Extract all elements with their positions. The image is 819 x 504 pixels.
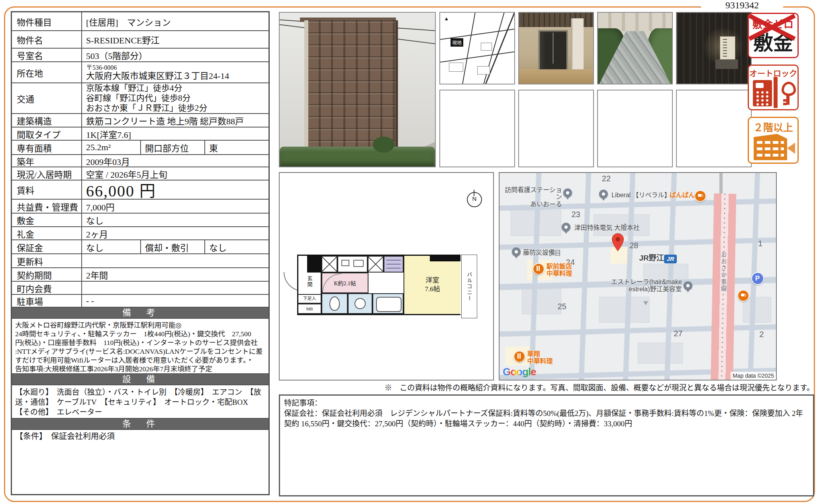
cafe-pin-icon (694, 190, 706, 202)
table-row: 所在地 〒536-0006大阪府大阪市城東区野江３丁目24-14 (12, 62, 268, 83)
table-row: 契約期間2年間 (12, 268, 268, 282)
block-number: 1 (758, 239, 762, 248)
poi-pin-icon (599, 190, 608, 198)
table-row: 更新料 (12, 254, 268, 268)
table-row: 敷金なし (12, 214, 268, 227)
shoe-cabinet: 下足入 (298, 294, 321, 304)
table-row: 建築構造鉄筋コンクリート造 地上9階 総戸数88戸 (12, 114, 268, 127)
disclaimer-note: ※ この資料は物件の概略紹介資料になります。写真、間取図面、設備、概要などが現況… (279, 382, 814, 392)
conditions-text: 【条件】 保証会社利用必須 (12, 430, 268, 494)
building-signboard-photo (676, 12, 752, 84)
western-room: 洋室 7.6帖 (404, 256, 460, 314)
jr-logo: JR (664, 255, 677, 263)
special-notes-title: 特記事項： (284, 398, 809, 408)
table-row: 築年2009年03月 (12, 155, 268, 167)
empty-photo-slot (597, 90, 673, 167)
transit-lines: 京阪本線「野江」徒歩4分谷町線「野江内代」徒歩8分おおさか東「ＪＲ野江」徒歩2分 (86, 83, 208, 113)
table-row: 礼金2ヶ月 (12, 227, 268, 240)
washroom (348, 293, 372, 314)
table-row: 間取タイプ1K[洋室7.6] (12, 127, 268, 141)
google-map: 22 23 24 25 27 28 1 2 3丁目 訪問看護ステーション あいお… (499, 172, 777, 380)
block-number: 23 (571, 210, 580, 219)
poi-label: エストレーラ(hair&make estrela)野江美容室 (610, 278, 682, 293)
property-sheet: 9319342 物件種目[住居用] マンション 物件名S-RESIDENCE野江… (0, 0, 819, 504)
empty-photo-slot (676, 90, 752, 167)
equipment-text: 【水廻り】 洗面台（独立）・バス・トイレ別 【冷暖房】 エアコン 【放送・通信】… (12, 385, 268, 419)
meter-box: MB (298, 304, 321, 314)
poi-label: 華翔 中華料理 (527, 351, 553, 365)
block-number: 27 (674, 329, 682, 338)
poi-label: 駅前飯店 中華料理 (547, 263, 572, 277)
block-number: 25 (558, 302, 566, 311)
restaurant-pin-icon (533, 263, 545, 275)
deposit-zero-badge: 敷金ゼロ 敷金 (748, 13, 799, 58)
table-row: 共益費・管理費7,000円 (12, 200, 268, 214)
apartment-building (304, 20, 395, 147)
compass-icon: N (467, 192, 482, 207)
empty-photo-slot (439, 90, 515, 167)
google-logo: Google (503, 366, 536, 378)
poi-label: 藤防災設備 (523, 249, 555, 256)
entrance-photo (518, 12, 594, 84)
north-arrow-icon: ▲ (444, 16, 449, 22)
map-copyright: Map data ©2025 (731, 372, 776, 380)
restaurant-pin-icon (513, 351, 525, 363)
poi-label: Liberal 【リベラル】 (611, 192, 670, 199)
table-row: 物件名S-RESIDENCE野江 (12, 31, 268, 49)
poi-pin-icon (512, 247, 521, 256)
remarks-text: 大阪メトロ谷町線野江内代駅・京阪野江駅利用可能◎ 24時間セキュリティ、・駐輪ス… (12, 319, 268, 374)
poi-pin-icon (684, 281, 692, 290)
table-row: 物件種目[住居用] マンション (12, 12, 268, 31)
property-location-pin-icon (611, 233, 624, 251)
parking-icon: P (751, 272, 764, 285)
building-icon (754, 134, 787, 160)
poi-label: 訪問看護ステーション あいおーる (502, 186, 562, 208)
equipment-header: 設 備 (12, 374, 268, 385)
special-notes-box: 特記事項： 保証会社：保証会社利用必須 レジデンシャルパートナーズ保証料:賃料等… (279, 394, 814, 496)
genchi-site-marker: 現地 (451, 38, 463, 47)
rent-value: 66,000 円 (82, 180, 268, 199)
poi-label: 津田特殊電気 大阪本社 (574, 224, 639, 231)
table-row: 駐車場- - (12, 295, 268, 308)
toilet (321, 293, 348, 314)
hedge (280, 147, 435, 167)
floor-arrow-icon (787, 143, 795, 154)
table-row-rent: 賃料66,000 円 (12, 180, 268, 200)
block-number: 2 (759, 330, 764, 339)
conditions-header: 条 件 (12, 419, 268, 430)
kitchen-counter (337, 256, 368, 273)
floor-plan-drawing: 洋室 7.6帖 玄関 下足入 MB K約2.1帖 バルコニー (297, 255, 477, 322)
name-plate (720, 36, 735, 61)
area-sketch-map-photo: ▲ 現地 (439, 12, 515, 84)
table-row: 保証金 なし 償却・敷引 なし (12, 240, 268, 254)
special-notes-body: 保証会社：保証会社利用必須 レジデンシャルパートナーズ保証料:賃料等の50%(最… (284, 408, 809, 429)
approach-walkway-photo (597, 12, 673, 84)
wardrobe (384, 256, 404, 273)
remarks-header: 備 考 (12, 308, 268, 319)
property-table: 物件種目[住居用] マンション 物件名S-RESIDENCE野江 号室名503（… (11, 11, 270, 495)
key-icon (781, 82, 794, 106)
bathroom (372, 293, 404, 314)
one-way-arrow-icon (643, 301, 648, 305)
building-exterior-photo (279, 12, 436, 167)
block-number: 22 (602, 174, 611, 183)
street (499, 324, 777, 337)
closet (321, 256, 337, 273)
intercom-icon (753, 80, 772, 106)
block-number: 28 (629, 241, 638, 250)
balcony: バルコニー (461, 255, 477, 318)
closet (368, 256, 384, 273)
cafe-pin-icon (737, 290, 749, 302)
autolock-badge: オートロック (748, 65, 799, 110)
second-floor-up-badge: ２階以上 (748, 117, 799, 164)
table-row: 町内会費 (12, 282, 268, 295)
table-row: 専有面積 25.2m² 開口部方位 東 (12, 141, 268, 155)
empty-photo-slot (518, 90, 594, 167)
floor-plan-box: N 洋室 7.6帖 玄関 下足入 MB K約2.1帖 (279, 172, 494, 380)
railway-track (719, 173, 723, 196)
table-row: 交通 京阪本線「野江」徒歩4分谷町線「野江内代」徒歩8分おおさか東「ＪＲ野江」徒… (12, 83, 268, 114)
rail-line-name: おおさか東線 (719, 251, 728, 292)
table-row: 号室名503（5階部分） (12, 49, 268, 62)
poi-pin-icon (563, 188, 572, 197)
poi-label: ばんばん (670, 192, 695, 199)
